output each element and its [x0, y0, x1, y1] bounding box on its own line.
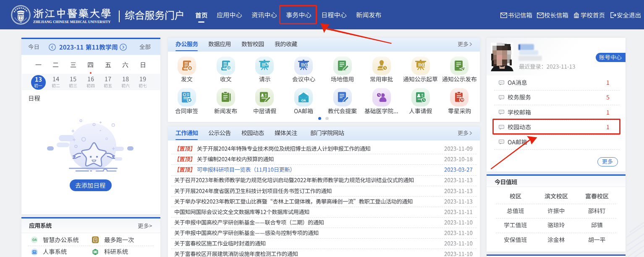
svg-text:HR: HR — [33, 251, 36, 253]
svg-text:OA: OA — [301, 99, 306, 102]
